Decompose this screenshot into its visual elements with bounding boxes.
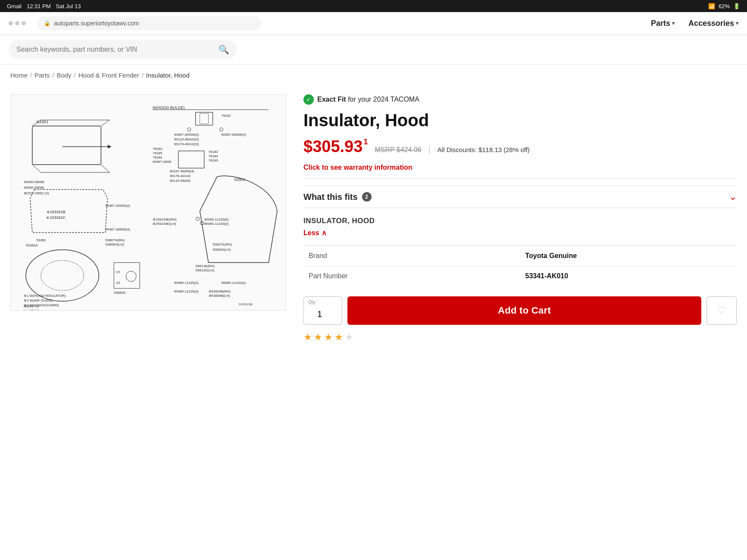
svg-text:※153341B: ※153341B — [47, 210, 66, 214]
svg-text:76183: 76183 — [153, 147, 163, 151]
svg-text:90080-11220(4): 90080-11220(4) — [174, 289, 199, 293]
exact-fit-badge: ✓ Exact Fit for your 2024 TACOMA — [303, 94, 737, 105]
breadcrumb-hood-fender[interactable]: Hood & Front Fender — [78, 72, 139, 79]
parts-chevron-icon: ▾ — [672, 20, 675, 26]
product-section: ✓ Exact Fit for your 2024 TACOMA Insulat… — [303, 94, 737, 343]
spec-row-brand: Brand Toyota Genuine — [303, 246, 737, 266]
svg-text:90119-06A20: 90119-06A20 — [170, 179, 191, 183]
browser-dots — [9, 21, 26, 25]
svg-text:※53829B(RH): ※53829B(RH) — [209, 289, 231, 293]
svg-text:53301: 53301 — [234, 177, 245, 182]
spec-value-brand: Toyota Genuine — [520, 246, 737, 266]
part-description: INSULATOR, HOOD — [303, 217, 737, 225]
svg-text:53828J(LH): 53828J(LH) — [213, 248, 231, 252]
svg-text:※253153E(RH): ※253153E(RH) — [153, 218, 177, 221]
wishlist-icon: ♡ — [717, 305, 726, 316]
vehicle-text: for your 2024 TACOMA — [348, 96, 419, 103]
svg-text:90467-A0035(2): 90467-A0035(2) — [105, 204, 130, 208]
svg-text:76184: 76184 — [209, 154, 219, 158]
search-input[interactable] — [16, 46, 214, 53]
price-display: $305.93 1 — [303, 137, 368, 156]
svg-text:53381A: 53381A — [26, 243, 38, 247]
svg-text:76181: 76181 — [221, 114, 231, 118]
spec-row-partno: Part Number 53341-AK010 — [303, 266, 737, 286]
qty-label: Qty — [308, 299, 316, 305]
discount-text: All Discounts: $118.13 (28% off) — [438, 146, 530, 153]
star-3: ★ — [324, 332, 333, 343]
svg-text:90467-A0006(2): 90467-A0006(2) — [221, 133, 246, 137]
svg-text:53807H(RH): 53807H(RH) — [105, 238, 125, 242]
svg-text:76182: 76182 — [209, 150, 219, 154]
breadcrumb-current: Insulator, Hood — [146, 72, 190, 79]
search-wrapper[interactable]: 🔍 — [9, 40, 237, 59]
svg-text:90467-A0006(2): 90467-A0006(2) — [174, 133, 199, 137]
battery-icon: 🔋 — [733, 3, 740, 9]
less-chevron-icon: ∧ — [322, 229, 327, 237]
parts-diagram-svg: 53301 90950-06096 90950-06096 90333-1500… — [11, 95, 286, 310]
stars-area: ★ ★ ★ ★ ★ — [303, 332, 737, 343]
nav-accessories[interactable]: Accessories ▾ — [688, 19, 738, 28]
star-1: ★ — [303, 332, 312, 343]
what-fits-label: What this fits — [303, 192, 358, 202]
qty-input[interactable] — [310, 309, 336, 319]
star-5: ★ — [345, 332, 353, 343]
browser-dot-1 — [9, 21, 13, 25]
search-bar-area: 🔍 — [0, 35, 747, 65]
svg-text:53808H(LH): 53808H(LH) — [105, 243, 124, 246]
breadcrumb-home[interactable]: Home — [10, 72, 28, 79]
less-label: Less — [303, 229, 319, 237]
divider-1 — [303, 178, 737, 179]
wifi-icon: 📶 — [708, 3, 715, 9]
svg-text:76184: 76184 — [153, 156, 163, 159]
browser-dot-3 — [22, 21, 26, 25]
svg-rect-0 — [11, 95, 286, 310]
url-bar[interactable]: 🔒 autoparts.superiortoyotawv.com — [37, 16, 261, 30]
browser-dot-2 — [15, 21, 19, 25]
svg-text:53811B(RH): 53811B(RH) — [196, 264, 215, 268]
price-row: $305.93 1 MSRP $424.06 | All Discounts: … — [303, 137, 737, 156]
status-bar: Gmail 12:31 PM Sat Jul 13 📶 62% 🔋 — [0, 0, 747, 12]
nav-parts[interactable]: Parts ▾ — [651, 19, 675, 28]
svg-text:※2 W(AIR GUIDE): ※2 W(AIR GUIDE) — [24, 299, 53, 302]
what-this-fits-row[interactable]: What this fits 2 ⌄ — [303, 186, 737, 208]
spec-value-partno: 53341-AK010 — [520, 266, 737, 286]
lock-icon: 🔒 — [44, 20, 50, 26]
star-4: ★ — [334, 332, 343, 343]
breadcrumb: Home / Parts / Body / Hood & Front Fende… — [0, 65, 747, 86]
price-superscript: 1 — [363, 137, 368, 156]
what-fits-count-badge: 2 — [362, 192, 372, 202]
svg-text:※153341C: ※153341C — [46, 215, 66, 220]
check-circle-icon: ✓ — [303, 94, 314, 105]
svg-text:※53839B(LH): ※53839B(LH) — [209, 294, 230, 298]
svg-text:ILLUST NO.: ILLUST NO. — [24, 309, 40, 310]
star-2: ★ — [314, 332, 322, 343]
svg-text:90467-A0006(4): 90467-A0006(4) — [105, 227, 130, 231]
breadcrumb-parts[interactable]: Parts — [34, 72, 50, 79]
warranty-link[interactable]: Click to see warranty information — [303, 164, 737, 171]
svg-text:※3 W/O(MUDGUARD): ※3 W/O(MUDGUARD) — [24, 303, 59, 307]
search-button[interactable]: 🔍 — [219, 44, 229, 55]
battery-display: 62% — [719, 3, 730, 9]
svg-text:76183: 76183 — [209, 159, 219, 162]
what-fits-chevron-icon: ⌄ — [729, 191, 737, 202]
date-display: Sat Jul 13 — [56, 3, 81, 9]
svg-text:90178-A0132(3): 90178-A0132(3) — [174, 142, 199, 146]
add-to-cart-button[interactable]: Add to Cart — [347, 296, 701, 325]
url-text: autoparts.superiortoyotawv.com — [54, 20, 139, 27]
svg-text:53882K: 53882K — [114, 291, 126, 295]
diagram-section: 53301 90950-06096 90950-06096 90333-1500… — [10, 94, 286, 343]
specs-table: Brand Toyota Genuine Part Number 53341-A… — [303, 246, 737, 286]
less-link[interactable]: Less ∧ — [303, 229, 737, 237]
spec-label-brand: Brand — [303, 246, 520, 266]
svg-text:90080-11220(4): 90080-11220(4) — [221, 281, 246, 285]
time-display: 12:31 PM — [27, 3, 51, 9]
svg-text:90950-06096: 90950-06096 — [24, 186, 44, 190]
breadcrumb-body[interactable]: Body — [56, 72, 71, 79]
svg-text:90467-A006: 90467-A006 — [153, 160, 172, 164]
svg-text:15: 15 — [116, 281, 120, 285]
price-divider: | — [428, 144, 431, 154]
svg-text:90080-11220(2): 90080-11220(2) — [204, 222, 229, 226]
wishlist-button[interactable]: ♡ — [706, 296, 737, 325]
svg-text:90119-06A20(3): 90119-06A20(3) — [174, 137, 199, 141]
main-nav: Parts ▾ Accessories ▾ — [651, 19, 738, 28]
